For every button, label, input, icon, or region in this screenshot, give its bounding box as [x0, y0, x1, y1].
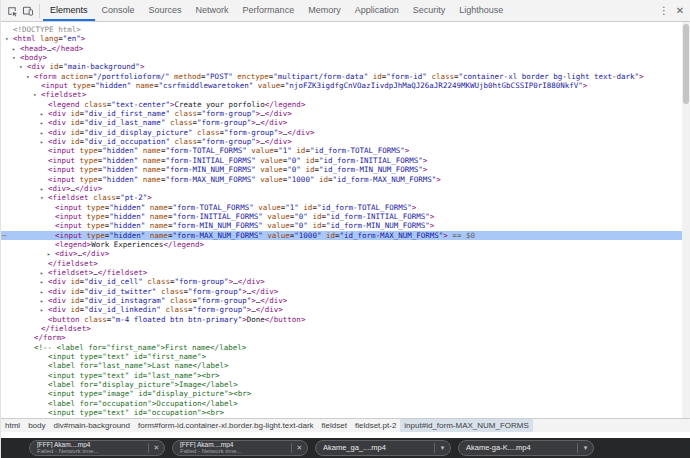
tab-lighthouse[interactable]: Lighthouse [452, 0, 510, 21]
expand-arrow-icon[interactable]: ▾ [40, 193, 48, 202]
dom-tree-row-selected[interactable]: <input type="hidden" name="form-MAX_NUM_… [1, 231, 690, 240]
download-item[interactable]: [FFF] Akam....mp4Failed - Network time..… [29, 440, 165, 456]
dom-tree-row[interactable]: ▸<div id="div_id_last_name" class="form-… [1, 118, 690, 127]
dom-tree-row[interactable]: <!DOCTYPE html> [1, 25, 690, 34]
inspect-element-icon[interactable] [4, 3, 20, 19]
dom-tree-row[interactable]: ▸<div>…</div> [1, 184, 690, 193]
tab-memory[interactable]: Memory [301, 0, 348, 21]
tab-application[interactable]: Application [348, 0, 406, 21]
download-item[interactable]: Akame-ga-K....mp4▾ [458, 440, 594, 456]
dom-tree-row[interactable]: <legend class="text-center">Create your … [1, 100, 690, 109]
expand-arrow-icon[interactable]: ▾ [26, 72, 34, 81]
expand-arrow-icon[interactable]: ▾ [5, 34, 13, 43]
dom-tree-row[interactable]: </fieldset> [1, 259, 690, 268]
dom-tree-row[interactable]: <input type="text" id="first_name"> [1, 352, 690, 361]
collapse-arrow-icon[interactable]: ▸ [40, 184, 48, 193]
close-devtools-icon[interactable]: ✕ [672, 3, 688, 19]
collapse-arrow-icon[interactable]: ▸ [40, 118, 48, 127]
tab-elements[interactable]: Elements [43, 0, 95, 21]
dom-tree-row[interactable]: ▸<div>…</div> [1, 249, 690, 258]
dom-tree-row[interactable]: <input type="hidden" name="form-INITIAL_… [1, 212, 690, 221]
collapse-arrow-icon[interactable]: ▸ [40, 277, 48, 286]
collapse-arrow-icon[interactable]: ▸ [40, 137, 48, 146]
collapse-arrow-icon[interactable]: ▸ [40, 128, 48, 137]
dom-tree-row[interactable]: <button class="m-4 floated btn btn-prima… [1, 315, 690, 324]
dom-tree-row[interactable]: ▾<form action="/portfolioform/" method="… [1, 72, 690, 81]
dom-node-text: <head>…</head> [20, 44, 83, 53]
breadcrumb-fieldset-pt-2[interactable]: fieldset.pt-2 [351, 419, 400, 432]
dom-node-text: <fieldset class="pt-2"> [48, 193, 152, 202]
dom-tree-row[interactable]: <input type="text" id="occupation"><br> [1, 408, 690, 417]
dom-tree-row[interactable]: <label for="occupation">Occupation</labe… [1, 399, 690, 408]
dom-tree-row[interactable]: ▸<fieldset>…</fieldset> [1, 268, 690, 277]
download-caret-icon[interactable]: ▾ [438, 444, 447, 452]
download-status: Failed - Network time... [180, 448, 288, 455]
scrollbar-thumb[interactable] [683, 24, 689, 104]
collapse-arrow-icon[interactable]: ▸ [40, 268, 48, 277]
dom-tree-row[interactable]: <legend>Work Experiences</legend> [1, 240, 690, 249]
download-item[interactable]: Akame_ga_....mp4▾ [315, 440, 451, 456]
dom-tree-row[interactable]: ▸<div id="div_id_first_name" class="form… [1, 109, 690, 118]
dom-tree-row[interactable]: ▸<div id="div_id_display_picture" class=… [1, 128, 690, 137]
tab-performance[interactable]: Performance [236, 0, 302, 21]
dom-tree-row[interactable]: <input type="image" id="display_picture"… [1, 389, 690, 398]
dom-node-text: </fieldset> [41, 324, 91, 333]
tab-console[interactable]: Console [95, 0, 142, 21]
dom-tree-row[interactable]: ▾<div id="main-background"> [1, 62, 690, 71]
collapse-arrow-icon[interactable]: ▸ [40, 287, 48, 296]
tree-scrollbar[interactable] [682, 22, 690, 418]
download-caret-icon[interactable]: ▾ [581, 444, 590, 452]
breadcrumb-form-form-id-container-xl-border-bg-light-text-dark[interactable]: form#form-id.container-xl.border.bg-ligh… [134, 419, 318, 432]
expand-arrow-icon[interactable]: ▾ [33, 90, 41, 99]
dom-tree-row[interactable]: ▾<fieldset class="pt-2"> [1, 193, 690, 202]
dom-tree-row[interactable]: <input type="hidden" name="form-INITIAL_… [1, 156, 690, 165]
dom-tree-row[interactable]: <label for="display_picture">Image</labe… [1, 380, 690, 389]
collapse-arrow-icon[interactable]: ▸ [40, 296, 48, 305]
download-close-icon[interactable]: ✕ [152, 444, 161, 452]
devtools-tabbar: ElementsConsoleSourcesNetworkPerformance… [43, 0, 510, 21]
dom-tree-row[interactable]: ▸<div id="div_id_cell" class="form-group… [1, 277, 690, 286]
dom-tree-row[interactable]: ▸<head>…</head> [1, 44, 690, 53]
collapse-arrow-icon[interactable]: ▸ [12, 44, 20, 53]
dom-tree-row[interactable]: </fieldset> [1, 324, 690, 333]
tab-security[interactable]: Security [406, 0, 453, 21]
inspect-element-glyph [6, 5, 18, 17]
breadcrumb-body[interactable]: body [24, 419, 49, 432]
dom-tree-row[interactable]: <label for="last_name">Last name</label> [1, 361, 690, 370]
device-toolbar-icon[interactable] [20, 3, 36, 19]
dom-tree-row[interactable]: ▾<fieldset> [1, 90, 690, 99]
breadcrumb-input-id-form-max-num-forms[interactable]: input#id_form-MAX_NUM_FORMS [400, 419, 532, 432]
tab-sources[interactable]: Sources [142, 0, 189, 21]
dom-tree-row[interactable]: <input type="text" id="last_name"><br> [1, 371, 690, 380]
download-close-icon[interactable]: ✕ [295, 444, 304, 452]
dom-tree-row[interactable]: ▸<div id="div_id_linkedin" class="form-g… [1, 305, 690, 314]
dom-tree-row[interactable]: <input type="hidden" name="form-TOTAL_FO… [1, 203, 690, 212]
dom-tree-row[interactable]: ▾<body> [1, 53, 690, 62]
dom-tree-row[interactable]: <input type="hidden" name="form-TOTAL_FO… [1, 146, 690, 155]
dom-node-text: <label for="last_name">Last name</label> [48, 361, 229, 370]
collapse-arrow-icon[interactable]: ▸ [40, 109, 48, 118]
dom-tree-row[interactable]: ▸<div id="div_id_instagram" class="form-… [1, 296, 690, 305]
breadcrumb-html[interactable]: html [1, 419, 24, 432]
more-options-icon[interactable]: ⋮ [656, 3, 672, 19]
collapse-arrow-icon[interactable]: ▸ [40, 305, 48, 314]
dom-node-text: <input type="hidden" name="form-INITIAL_… [55, 212, 434, 221]
dom-tree-row[interactable]: ▸<div id="div_id_twitter" class="form-gr… [1, 287, 690, 296]
dom-tree-row[interactable]: <input type="hidden" name="form-MAX_NUM_… [1, 175, 690, 184]
dom-node-text: <input type="hidden" name="form-INITIAL_… [48, 156, 427, 165]
breadcrumb-fieldset[interactable]: fieldset [318, 419, 351, 432]
dom-tree-row[interactable]: <input type="hidden" name="csrfmiddlewar… [1, 81, 690, 90]
expand-arrow-icon[interactable]: ▾ [12, 53, 20, 62]
tab-network[interactable]: Network [189, 0, 236, 21]
collapse-arrow-icon[interactable]: ▸ [47, 249, 55, 258]
dom-tree-row[interactable]: ▾<html lang="en"> [1, 34, 690, 43]
dom-tree-row[interactable]: </form> [1, 333, 690, 342]
download-item[interactable]: [FFF] Akam....mp4Failed - Network time..… [172, 440, 308, 456]
dom-tree-row[interactable]: <!-- <label for="first_name">First name<… [1, 343, 690, 352]
download-text: [FFF] Akam....mp4Failed - Network time..… [180, 441, 288, 455]
breadcrumb-div-main-background[interactable]: div#main-background [49, 419, 134, 432]
dom-tree-row[interactable]: ▸<div id="div_id_occupation" class="form… [1, 137, 690, 146]
dom-tree-row[interactable]: <input type="hidden" name="form-MIN_NUM_… [1, 165, 690, 174]
expand-arrow-icon[interactable]: ▾ [19, 62, 27, 71]
dom-tree-row[interactable]: <input type="hidden" name="form-MIN_NUM_… [1, 221, 690, 230]
